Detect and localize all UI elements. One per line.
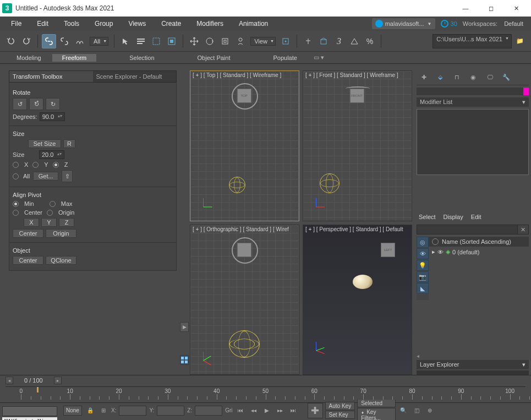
motion-tab-icon[interactable]: ◉	[467, 72, 479, 83]
filter-vis-icon[interactable]: 👁	[417, 248, 429, 259]
redo-icon[interactable]	[19, 34, 34, 48]
menu-group[interactable]: Group	[87, 17, 121, 31]
angle-snap-icon[interactable]	[347, 34, 362, 48]
window-crossing-icon[interactable]	[165, 34, 179, 48]
object-qclone-button[interactable]: QClone	[46, 256, 76, 265]
goto-end-icon[interactable]: ⏭	[288, 406, 299, 416]
placement-icon[interactable]	[233, 34, 248, 48]
align-center-button[interactable]: Center	[13, 229, 43, 238]
expand-button[interactable]: ▶	[180, 322, 189, 332]
arrow-up-button[interactable]: ⇧	[62, 170, 73, 182]
rotate-icon[interactable]	[202, 34, 217, 48]
viewport-persp-label[interactable]: [ + ] [ Perspective ] [ Standard ] [ Def…	[305, 226, 403, 232]
se-tab-display[interactable]: Display	[444, 214, 463, 220]
se-tab-select[interactable]: Select	[419, 214, 436, 220]
setkey-button[interactable]: Set Key	[325, 411, 355, 419]
project-path-dropdown[interactable]: C:\Users\U...s Max 2021	[433, 34, 512, 48]
viewport-top[interactable]: [ + ] [ Top ] [ Standard ] [ Wireframe ]…	[190, 70, 299, 221]
unlink-icon[interactable]	[57, 34, 72, 48]
tab-objectpaint[interactable]: Object Paint	[188, 54, 240, 62]
workspace-dropdown[interactable]: Default	[500, 20, 528, 27]
pivot-max-radio[interactable]	[50, 201, 56, 207]
select-object-icon[interactable]	[118, 34, 133, 48]
viewcube-front[interactable]: FRONT	[346, 84, 370, 108]
hierarchy-tab-icon[interactable]: ⊓	[451, 72, 463, 83]
keyfilters-button[interactable]: ⬧Key Filters...	[357, 408, 396, 421]
viewcube-persp[interactable]: LEFT	[376, 238, 401, 263]
close-button[interactable]: ✕	[503, 0, 529, 17]
percent-snap-icon[interactable]: %	[363, 34, 377, 48]
tab-populate[interactable]: Populate	[263, 54, 306, 62]
filter-cam-icon[interactable]: 📷	[417, 271, 429, 282]
x-field[interactable]	[119, 406, 146, 416]
play-icon[interactable]: ▶	[261, 406, 272, 416]
folder-icon[interactable]: 📁	[513, 34, 527, 48]
axis-y-radio[interactable]	[32, 162, 39, 168]
autokey-button[interactable]: Auto Key	[325, 402, 355, 410]
timeline-right-button[interactable]: ▸	[54, 377, 62, 384]
z-field[interactable]	[195, 406, 222, 416]
menu-create[interactable]: Create	[154, 17, 189, 31]
tab-modeling[interactable]: Modeling	[7, 54, 51, 62]
viewport-perspective[interactable]: [ + ] [ Perspective ] [ Standard ] [ Def…	[303, 225, 412, 375]
pivot-min-radio[interactable]	[13, 201, 19, 207]
viewport-layout-button[interactable]	[180, 355, 189, 365]
display-tab-icon[interactable]: 🖵	[484, 72, 496, 83]
search-input[interactable]	[417, 225, 518, 234]
next-frame-icon[interactable]: ▸▸	[275, 406, 286, 416]
tab-freeform[interactable]: Freeform	[52, 54, 97, 62]
list-header[interactable]: Name (Sorted Ascending)	[429, 237, 529, 247]
set-size-button[interactable]: Set Size	[28, 139, 61, 148]
pivot-center-radio[interactable]	[13, 210, 19, 216]
rotate-cw-button[interactable]: ↻	[46, 98, 60, 110]
link-icon[interactable]	[42, 34, 56, 48]
filter-light-icon[interactable]: 💡	[417, 260, 429, 271]
coord-icon[interactable]: ⊞	[98, 406, 109, 416]
goto-start-icon[interactable]: ⏮	[235, 406, 246, 416]
degrees-spinner[interactable]: 90.0▴▾	[40, 112, 65, 121]
time-ruler[interactable]: 0102030405060708090100	[6, 386, 525, 400]
tab-scene-explorer[interactable]: Scene Explorer - Default	[93, 71, 177, 82]
axis-z-radio[interactable]	[53, 162, 59, 168]
get-size-button[interactable]: Get...	[33, 172, 58, 181]
refcoord-dropdown[interactable]: View	[250, 37, 276, 46]
axis-x-radio[interactable]	[13, 162, 19, 168]
selection-filter-dropdown[interactable]: All	[90, 37, 108, 46]
align-x-button[interactable]: X	[24, 218, 39, 227]
account-dropdown[interactable]: malavidasoft... ▼	[372, 18, 435, 29]
sel-lock-field[interactable]: None	[63, 406, 82, 416]
align-y-button[interactable]: Y	[41, 218, 57, 227]
keymode-dropdown[interactable]: Selected	[357, 399, 396, 407]
bind-icon[interactable]	[73, 34, 87, 48]
menu-modifiers[interactable]: Modifiers	[189, 17, 231, 31]
sel-set-icon[interactable]: ◫	[411, 406, 422, 416]
minimize-button[interactable]: —	[453, 0, 478, 17]
credits-counter[interactable]: 30	[437, 20, 461, 28]
select-name-icon[interactable]	[134, 34, 148, 48]
scale-icon[interactable]	[218, 34, 232, 48]
maxscript-listener[interactable]: MAXScript Mi	[2, 417, 57, 420]
modify-tab-icon[interactable]: ⬙	[434, 72, 446, 83]
keymode-icon[interactable]	[316, 34, 331, 48]
ribbon-dropdown-icon[interactable]: ▭ ▾	[314, 53, 325, 62]
viewport-front[interactable]: [ + ] [ Front ] [ Standard ] [ Wireframe…	[303, 70, 412, 221]
clear-search-button[interactable]: ✕	[518, 225, 529, 234]
nav-icon[interactable]: ⊕	[424, 406, 435, 416]
filter-all-icon[interactable]: ◎	[417, 237, 429, 248]
snap-icon[interactable]: 3	[332, 34, 346, 48]
menu-file[interactable]: File	[3, 17, 29, 31]
menu-animation[interactable]: Animation	[231, 17, 276, 31]
time-marker[interactable]	[37, 387, 39, 392]
isolate-icon[interactable]: 🔍	[398, 406, 409, 416]
align-z-button[interactable]: Z	[59, 218, 74, 227]
modifier-list-dropdown[interactable]: Modifier List▾	[417, 97, 529, 107]
viewcube-ortho[interactable]	[233, 238, 257, 263]
y-field[interactable]	[157, 406, 184, 416]
viewport-ortho[interactable]: [ + ] [ Orthographic ] [ Standard ] [ Wi…	[190, 225, 299, 375]
list-row[interactable]: ▸👁◈0 (default)	[429, 247, 529, 257]
undo-icon[interactable]	[4, 34, 18, 48]
layer-explorer-dropdown[interactable]: Layer Explorer▾	[417, 360, 529, 369]
color-swatch[interactable]	[523, 88, 529, 95]
axis-all-radio[interactable]	[13, 173, 19, 179]
menu-views[interactable]: Views	[121, 17, 154, 31]
